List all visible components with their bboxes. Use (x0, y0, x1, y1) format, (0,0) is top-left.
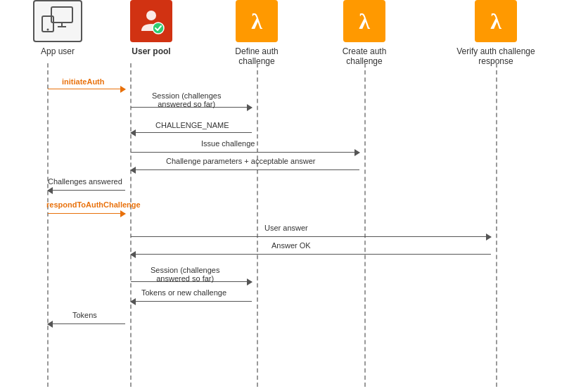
svg-point-5 (146, 11, 156, 20)
userpool-label: User pool (132, 46, 170, 56)
arrow-session1-label: Session (challengesanswered so far) (152, 91, 221, 108)
lifeline-userpool (130, 63, 132, 387)
sequence-diagram: App user User pool λ Define auth challen… (0, 0, 588, 391)
arrow-session1: Session (challengesanswered so far) (131, 91, 257, 92)
lifeline-defineauth (257, 63, 258, 387)
arrow-challenge-params: Challenge parameters + acceptable answer (131, 164, 364, 165)
arrow-session2: Session (challengesanswered so far) (131, 266, 257, 267)
lifeline-verifyauth (496, 63, 497, 387)
actor-createauth: λ Create auth challenge (326, 0, 403, 66)
arrow-tokens-label: Tokens (72, 311, 97, 319)
arrow-challenges-answered: Challenges answered (48, 184, 130, 185)
svg-rect-0 (51, 7, 72, 23)
actor-appuser: App user (15, 0, 100, 56)
arrow-initiateauth-label: initiateAuth (62, 77, 105, 86)
arrow-tokens-or-challenge-label: Tokens or new challenge (141, 288, 226, 297)
arrow-tokens-or-challenge: Tokens or new challenge (131, 295, 257, 296)
arrow-user-answer-label: User answer (264, 224, 308, 232)
lifeline-createauth (364, 63, 366, 387)
actor-verifyauth: λ Verify auth challengeresponse (450, 0, 542, 66)
arrow-session2-label: Session (challengesanswered so far) (151, 266, 219, 283)
actor-userpool: User pool (109, 0, 193, 56)
arrow-user-answer: User answer (131, 231, 496, 231)
arrow-respondtoauth: respondToAuthChallenge (48, 207, 130, 208)
arrow-respondtoauth-label: respondToAuthChallenge (46, 200, 141, 209)
arrow-issue-challenge: Issue challenge (131, 146, 364, 147)
arrow-challenge-name-label: CHALLENGE_NAME (155, 121, 229, 129)
createauth-icon: λ (343, 0, 385, 42)
appuser-icon (33, 0, 82, 42)
arrow-challenges-answered-label: Challenges answered (48, 177, 122, 186)
lifeline-appuser (47, 63, 49, 387)
verifyauth-icon: λ (475, 0, 517, 42)
arrow-tokens: Tokens (48, 318, 130, 319)
svg-point-4 (46, 29, 49, 31)
arrow-answer-ok-label: Answer OK (271, 241, 311, 250)
arrow-challenge-params-label: Challenge parameters + acceptable answer (166, 157, 316, 165)
arrow-challenge-name: CHALLENGE_NAME (131, 127, 257, 127)
userpool-icon (130, 0, 172, 42)
defineauth-icon: λ (236, 0, 278, 42)
arrow-answer-ok: Answer OK (131, 248, 496, 249)
arrow-initiateauth: initiateAuth (48, 83, 130, 94)
actor-defineauth: λ Define auth challenge (218, 0, 295, 66)
svg-point-6 (153, 23, 164, 34)
appuser-label: App user (41, 46, 75, 56)
arrow-issue-challenge-label: Issue challenge (201, 139, 255, 148)
